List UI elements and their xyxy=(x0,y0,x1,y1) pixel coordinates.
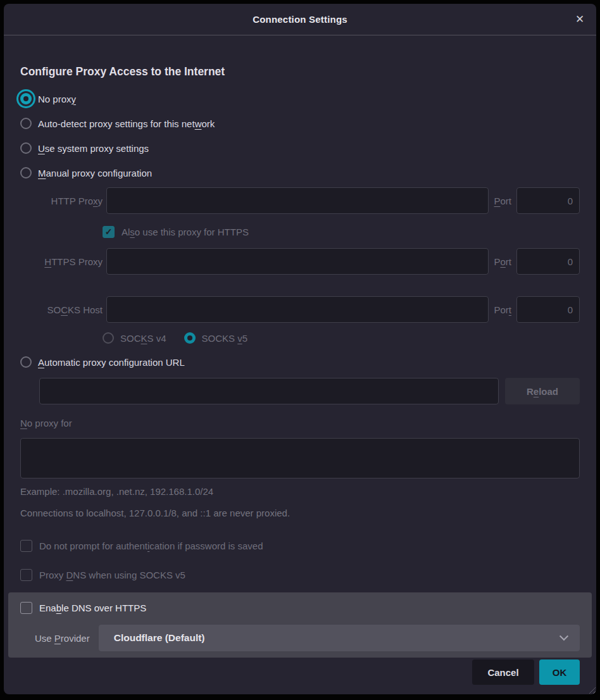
dialog-titlebar: Connection Settings ✕ xyxy=(4,4,596,35)
radio-row-auto-url: Automatic proxy configuration URL xyxy=(20,353,580,371)
close-icon: ✕ xyxy=(575,14,584,25)
footer: Cancel OK xyxy=(20,659,580,685)
socks-v5-label: SOCKS v5 xyxy=(202,333,248,344)
radio-row-manual-proxy: Manual proxy configuration xyxy=(20,164,580,182)
cancel-button[interactable]: Cancel xyxy=(472,659,534,685)
doh-provider-label: Use Provider xyxy=(35,633,90,644)
page-title: Configure Proxy Access to the Internet xyxy=(20,64,580,79)
radio-row-system-proxy: Use system proxy settings xyxy=(20,139,580,157)
dialog-body: Configure Proxy Access to the Internet N… xyxy=(4,35,596,694)
https-proxy-row: HTTPS Proxy Port xyxy=(20,248,580,275)
doh-provider-value: Cloudflare (Default) xyxy=(114,632,205,644)
radio-system-proxy[interactable] xyxy=(20,142,32,154)
also-https-row: ✓ Also use this proxy for HTTPS xyxy=(103,223,580,241)
radio-auto-url-label: Automatic proxy configuration URL xyxy=(38,357,185,368)
no-prompt-auth-row: Do not prompt for authentication if pass… xyxy=(20,537,580,554)
http-proxy-row: HTTP Proxy Port xyxy=(20,187,580,214)
socks-version-row: SOCKS v4 SOCKS v5 xyxy=(103,329,580,347)
socks-host-row: SOCKS Host Port xyxy=(20,296,580,323)
no-proxy-example: Example: .mozilla.org, .net.nz, 192.168.… xyxy=(20,486,580,499)
radio-row-auto-detect: Auto-detect proxy settings for this netw… xyxy=(20,115,580,132)
http-port-input[interactable] xyxy=(516,187,580,214)
https-port-label: Port xyxy=(494,256,511,267)
enable-doh-checkbox[interactable] xyxy=(20,602,32,614)
radio-manual-proxy-label: Manual proxy configuration xyxy=(38,168,152,178)
socks-v4-label: SOCKS v4 xyxy=(120,333,166,344)
https-proxy-label: HTTPS Proxy xyxy=(20,256,103,267)
close-button[interactable]: ✕ xyxy=(572,11,588,28)
proxy-dns-row: Proxy DNS when using SOCKS v5 xyxy=(20,566,580,584)
https-port-input[interactable] xyxy=(516,248,580,275)
enable-doh-label: Enable DNS over HTTPS xyxy=(39,603,146,613)
reload-button[interactable]: Reload xyxy=(505,378,580,404)
socks-port-label: Port xyxy=(494,304,511,315)
doh-provider-row: Use Provider Cloudflare (Default) xyxy=(35,625,580,651)
also-https-label: Also use this proxy for HTTPS xyxy=(122,227,249,237)
http-port-label: Port xyxy=(494,196,511,206)
http-proxy-label: HTTP Proxy xyxy=(20,196,103,206)
ok-button[interactable]: OK xyxy=(539,659,580,685)
radio-auto-detect[interactable] xyxy=(20,118,32,129)
no-prompt-auth-checkbox[interactable] xyxy=(20,540,32,552)
https-proxy-input[interactable] xyxy=(106,248,489,275)
radio-manual-proxy[interactable] xyxy=(20,167,32,178)
doh-provider-dropdown[interactable]: Cloudflare (Default) xyxy=(99,625,580,651)
no-prompt-auth-label: Do not prompt for authentication if pass… xyxy=(39,541,263,551)
radio-no-proxy[interactable] xyxy=(20,93,32,104)
no-proxy-note: Connections to localhost, 127.0.0.1/8, a… xyxy=(20,508,580,520)
no-proxy-for-textarea[interactable] xyxy=(20,438,580,478)
auto-url-row: Reload xyxy=(39,378,580,404)
radio-row-no-proxy: No proxy xyxy=(20,90,580,108)
radio-auto-url[interactable] xyxy=(20,356,32,368)
dialog-title: Connection Settings xyxy=(253,14,347,25)
socks-host-input[interactable] xyxy=(106,296,489,323)
chevron-down-icon xyxy=(559,632,568,641)
proxy-dns-checkbox[interactable] xyxy=(20,569,32,581)
no-proxy-for-label: No proxy for xyxy=(20,418,580,432)
socks-port-input[interactable] xyxy=(516,296,580,323)
connection-settings-dialog: Connection Settings ✕ Configure Proxy Ac… xyxy=(4,4,596,694)
socks-host-label: SOCKS Host xyxy=(20,304,103,315)
radio-socks-v4[interactable] xyxy=(103,332,114,344)
radio-socks-v5[interactable] xyxy=(184,332,196,344)
enable-doh-row: Enable DNS over HTTPS xyxy=(20,599,580,616)
doh-section: Enable DNS over HTTPS Use Provider Cloud… xyxy=(8,592,592,658)
check-icon: ✓ xyxy=(105,227,113,237)
http-proxy-input[interactable] xyxy=(106,187,489,214)
proxy-dns-label: Proxy DNS when using SOCKS v5 xyxy=(39,570,185,580)
radio-no-proxy-label: No proxy xyxy=(38,94,76,104)
also-https-checkbox[interactable]: ✓ xyxy=(103,226,115,238)
radio-auto-detect-label: Auto-detect proxy settings for this netw… xyxy=(38,118,215,129)
radio-system-proxy-label: Use system proxy settings xyxy=(38,143,149,154)
auto-url-input[interactable] xyxy=(39,378,499,404)
